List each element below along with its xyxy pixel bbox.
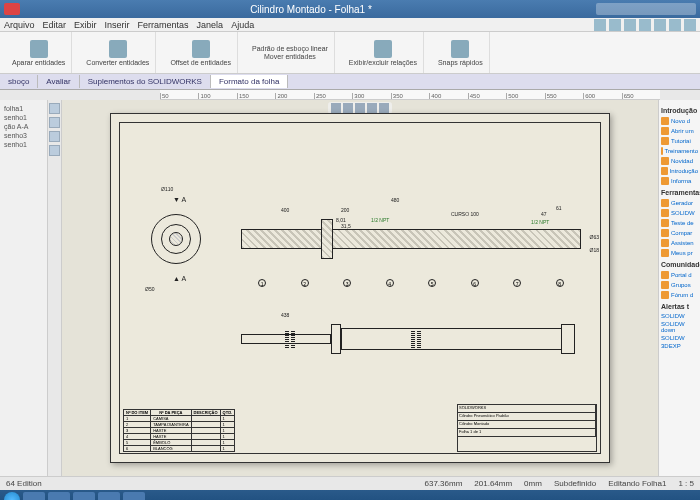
taskpane-link[interactable]: SOLIDW <box>661 312 698 320</box>
taskpane-link[interactable]: SOLIDW <box>661 334 698 342</box>
taskbar-chrome-icon[interactable] <box>23 492 45 500</box>
balloon[interactable]: 1 <box>258 279 266 287</box>
taskpane-link[interactable]: Novo d <box>661 116 698 126</box>
taskpane-link[interactable]: Novidad <box>661 156 698 166</box>
taskbar-solidworks-icon[interactable] <box>123 492 145 500</box>
zoom-fit-icon[interactable] <box>331 103 341 113</box>
taskpane-link[interactable]: Treinamento <box>661 146 698 156</box>
ribbon-convert[interactable]: Converter entidades <box>80 32 156 73</box>
dimension[interactable]: 61 <box>556 205 562 211</box>
dimension[interactable]: 200 <box>341 207 349 213</box>
taskpane-link[interactable]: Teste de <box>661 218 698 228</box>
taskbar-app-icon[interactable] <box>73 492 95 500</box>
balloon[interactable]: 2 <box>301 279 309 287</box>
ribbon-pattern[interactable]: Padrão de esboço linear Mover entidades <box>246 32 335 73</box>
dimension[interactable]: 400 <box>281 207 289 213</box>
balloon[interactable]: 3 <box>343 279 351 287</box>
taskpane-link[interactable]: Assisten <box>661 238 698 248</box>
tab-formato[interactable]: Formato da folha <box>211 75 288 88</box>
print-icon[interactable] <box>639 19 651 31</box>
balloon[interactable]: 7 <box>513 279 521 287</box>
pan-icon[interactable] <box>355 103 365 113</box>
side-elevation-view[interactable]: 438 <box>241 314 581 364</box>
front-view[interactable]: ▼ A ▲ A Ø110 Ø50 <box>151 214 201 264</box>
tree-item[interactable]: ção A-A <box>4 122 43 131</box>
taskbar-app-icon[interactable] <box>98 492 120 500</box>
taskpane-link[interactable]: Meus pr <box>661 248 698 258</box>
tab-avaliar[interactable]: Avaliar <box>38 75 79 88</box>
tab-esboco[interactable]: sboço <box>0 75 38 88</box>
menu-exibir[interactable]: Exibir <box>74 20 97 30</box>
status-bar: 64 Edition 637.36mm 201.64mm 0mm Subdefi… <box>0 476 700 490</box>
section-view-a-a[interactable]: 480 400 200 8,01 31,5 1/2 NPT CURSO 100 … <box>241 199 581 279</box>
section-arrow-a: ▲ A <box>173 275 186 282</box>
dimension[interactable]: Ø63 <box>590 234 599 240</box>
view-tool-icon[interactable] <box>49 131 60 142</box>
ribbon-offset[interactable]: Offset de entidades <box>164 32 238 73</box>
dimension[interactable]: 438 <box>281 312 289 318</box>
menu-editar[interactable]: Editar <box>43 20 67 30</box>
zoom-area-icon[interactable] <box>343 103 353 113</box>
taskpane-link[interactable]: 3DEXP <box>661 342 698 350</box>
balloon[interactable]: 5 <box>428 279 436 287</box>
tab-suplementos[interactable]: Suplementos do SOLIDWORKS <box>80 75 211 88</box>
dimension-thread[interactable]: 1/2 NPT <box>531 219 549 225</box>
dimension[interactable]: 31,5 <box>341 223 351 229</box>
save-icon[interactable] <box>624 19 636 31</box>
search-help-input[interactable] <box>596 3 696 15</box>
view-tool-icon[interactable] <box>49 145 60 156</box>
bom-table[interactable]: Nº DO ITEMNº DA PEÇADESCRIÇÃOQTD. 1CAMIS… <box>123 409 235 452</box>
dimension-thread[interactable]: 1/2 NPT <box>371 217 389 223</box>
taskpane-link[interactable]: Abrir um <box>661 126 698 136</box>
taskpane-link[interactable]: Gerador <box>661 198 698 208</box>
rotate-icon[interactable] <box>367 103 377 113</box>
drawing-canvas[interactable]: ▼ A ▲ A Ø110 Ø50 480 400 200 8,01 31,5 1… <box>62 100 658 476</box>
taskpane-link[interactable]: Informa <box>661 176 698 186</box>
start-button[interactable] <box>4 492 20 500</box>
ribbon-snaps[interactable]: Snaps rápidos <box>432 32 490 73</box>
dimension[interactable]: 47 <box>541 211 547 217</box>
tree-item[interactable]: senho1 <box>4 140 43 149</box>
undo-icon[interactable] <box>654 19 666 31</box>
menu-ajuda[interactable]: Ajuda <box>231 20 254 30</box>
display-style-icon[interactable] <box>379 103 389 113</box>
dimension[interactable]: CURSO 100 <box>451 211 479 217</box>
tree-item[interactable]: folha1 <box>4 104 43 113</box>
feature-tree-panel[interactable]: folha1 senho1 ção A-A senho3 senho1 <box>0 100 48 476</box>
taskpane-link[interactable]: Tutoriai <box>661 136 698 146</box>
menu-ferramentas[interactable]: Ferramentas <box>138 20 189 30</box>
taskpane-link[interactable]: SOLIDW down <box>661 320 698 334</box>
taskpane-link[interactable]: SOLIDW <box>661 208 698 218</box>
options-icon[interactable] <box>684 19 696 31</box>
dimension[interactable]: Ø110 <box>161 186 173 192</box>
taskpane-link[interactable]: Compar <box>661 228 698 238</box>
view-tool-icon[interactable] <box>49 103 60 114</box>
tree-item[interactable]: senho3 <box>4 131 43 140</box>
taskpane-link[interactable]: Grupos <box>661 280 698 290</box>
tree-item[interactable]: senho1 <box>4 113 43 122</box>
open-icon[interactable] <box>609 19 621 31</box>
portal-icon <box>661 271 669 279</box>
ribbon-relations[interactable]: Exibir/excluir relações <box>343 32 424 73</box>
menu-janela[interactable]: Janela <box>197 20 224 30</box>
status-definition: Subdefinido <box>554 479 596 488</box>
taskpane-link[interactable]: Introdução <box>661 166 698 176</box>
menu-inserir[interactable]: Inserir <box>105 20 130 30</box>
taskbar-explorer-icon[interactable] <box>48 492 70 500</box>
ribbon-trim[interactable]: Aparar entidades <box>6 32 72 73</box>
balloon[interactable]: 8 <box>556 279 564 287</box>
balloon[interactable]: 6 <box>471 279 479 287</box>
title-block[interactable]: SOLIDWORKS Cilindro Pneumático Padrão Ci… <box>457 404 597 452</box>
redo-icon[interactable] <box>669 19 681 31</box>
dimension[interactable]: Ø18 <box>590 247 599 253</box>
new-icon[interactable] <box>594 19 606 31</box>
menu-arquivo[interactable]: Arquivo <box>4 20 35 30</box>
balloon[interactable]: 4 <box>386 279 394 287</box>
taskpane-link[interactable]: Portal d <box>661 270 698 280</box>
dimension[interactable]: Ø50 <box>145 286 154 292</box>
dimension[interactable]: 480 <box>391 197 399 203</box>
drawing-sheet[interactable]: ▼ A ▲ A Ø110 Ø50 480 400 200 8,01 31,5 1… <box>110 113 610 463</box>
view-tool-icon[interactable] <box>49 117 60 128</box>
taskpane-link[interactable]: Fórum d <box>661 290 698 300</box>
task-pane[interactable]: Introdução Novo d Abrir um Tutoriai Trei… <box>658 100 700 476</box>
